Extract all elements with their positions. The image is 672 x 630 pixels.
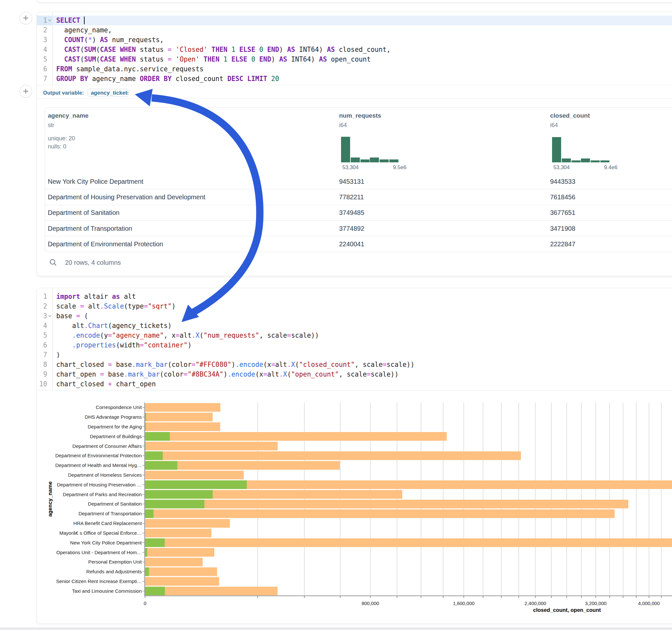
code-text[interactable]: ) [52, 350, 672, 360]
y-axis-label: Department of Housing Preservation … [57, 482, 142, 487]
line-number: 7 [37, 350, 52, 360]
code-line[interactable]: 1SELECT [37, 16, 672, 25]
code-line[interactable]: 2scale = alt.Scale(type="sqrt") [37, 301, 672, 311]
table-row[interactable]: New York City Police Department945313194… [45, 174, 672, 189]
code-text[interactable]: COUNT(*) AS num_requests, [52, 35, 672, 45]
sql-cell: 1SELECT 2 agency_name,3 COUNT(*) AS num_… [37, 12, 672, 276]
code-line[interactable]: 10chart_closed + chart_open [37, 379, 672, 389]
y-axis-label: Department of Consumer Affairs [72, 443, 142, 449]
histogram-max-label: 9.5e6 [393, 164, 406, 170]
code-line[interactable]: 1import altair as alt [37, 292, 672, 301]
code-text[interactable]: agency_name, [52, 25, 672, 35]
y-axis-label: Senior Citizen Rent Increase Exempti… [56, 579, 142, 584]
code-text[interactable]: import altair as alt [52, 292, 672, 301]
bar-closed_count [145, 403, 220, 412]
bar-closed_count [145, 587, 278, 595]
code-line[interactable]: 9chart_open = base.mark_bar(color="#8BC3… [37, 369, 672, 379]
bar-closed_count [145, 538, 672, 547]
code-line[interactable]: 7GROUP BY agency_name ORDER BY closed_co… [37, 74, 672, 83]
bar-closed_count [145, 500, 628, 508]
bar-closed_count [145, 452, 521, 460]
table-row[interactable]: Department of Housing Preservation and D… [45, 189, 672, 204]
y-axis-label: Personal Exemption Unit [88, 559, 142, 564]
bar-closed_count [145, 432, 447, 441]
code-text[interactable]: chart_closed = base.mark_bar(color="#FFC… [52, 360, 672, 369]
code-text[interactable]: base = ( [52, 311, 672, 321]
code-line[interactable]: 4 alt.Chart(agency_tickets) [37, 321, 672, 331]
column-name[interactable]: agency_name [48, 112, 89, 119]
bar-open_count [145, 442, 146, 451]
line-number: 5 [37, 54, 52, 64]
line-number: 6 [37, 64, 52, 74]
bar-open_count [145, 548, 147, 557]
y-axis-label: Department of Parks and Recreation [63, 492, 142, 497]
code-line[interactable]: 3base = ( [37, 311, 672, 321]
code-line[interactable]: 3 COUNT(*) AS num_requests, [37, 35, 672, 45]
bar-open_count [145, 480, 247, 489]
bar-open_count [145, 567, 149, 576]
table-row[interactable]: Department of Sanitation37494853677651 [45, 205, 672, 220]
bar-closed_count [145, 509, 615, 518]
plus-icon [22, 15, 29, 21]
code-line[interactable]: 2 agency_name, [37, 25, 672, 35]
code-text[interactable]: GROUP BY agency_name ORDER BY closed_cou… [52, 74, 672, 83]
code-line[interactable]: 4 CAST(SUM(CASE WHEN status = 'Closed' T… [37, 45, 672, 54]
table-cell: 2240041 [339, 240, 364, 248]
notebook-page: 1SELECT 2 agency_name,3 COUNT(*) AS num_… [0, 0, 672, 630]
search-icon[interactable] [49, 258, 57, 267]
code-line[interactable]: 7) [37, 350, 672, 360]
add-cell-button-top[interactable] [20, 12, 32, 24]
table-cell: 3471908 [550, 224, 575, 232]
column-histogram [552, 107, 612, 162]
code-line[interactable]: 8chart_closed = base.mark_bar(color="#FF… [37, 360, 672, 369]
code-line[interactable]: 6 .properties(width="container") [37, 340, 672, 350]
bar-chart: Correspondence UnitDHS Advantage Program… [37, 392, 672, 624]
x-axis-label: 4,000,000 [638, 601, 660, 606]
python-code-editor[interactable]: 1import altair as alt2scale = alt.Scale(… [37, 288, 672, 390]
y-axis-label: Department of Health and Mental Hyg… [55, 462, 142, 468]
line-number: 9 [37, 369, 52, 379]
y-axis-label: Refunds and Adjustments [86, 569, 142, 574]
table-row[interactable]: Department of Transportation377489234719… [45, 220, 672, 236]
sql-code-editor[interactable]: 1SELECT 2 agency_name,3 COUNT(*) AS num_… [37, 12, 672, 85]
bar-closed_count [145, 470, 244, 479]
x-axis-label: 1,600,000 [453, 601, 475, 606]
code-text[interactable]: scale = alt.Scale(type="sqrt") [52, 301, 672, 311]
fold-chevron-icon[interactable] [47, 16, 52, 25]
code-text[interactable]: CAST(SUM(CASE WHEN status = 'Closed' THE… [52, 45, 672, 54]
histogram-bar [572, 161, 581, 162]
code-text[interactable]: .encode(y="agency_name", x=alt.X("num_re… [52, 331, 672, 340]
histogram-bar [389, 160, 399, 162]
table-row[interactable]: Department of Environmental Protection22… [45, 236, 672, 251]
table-cell: Department of Transportation [48, 224, 132, 232]
line-number: 8 [37, 360, 52, 369]
bar-closed_count [145, 567, 217, 576]
code-text[interactable]: CAST(SUM(CASE WHEN status = 'Open' THEN … [52, 54, 672, 64]
bar-closed_count [145, 529, 211, 537]
bar-open_count [145, 432, 170, 441]
fold-chevron-icon[interactable] [47, 311, 52, 321]
code-line[interactable]: 5 .encode(y="agency_name", x=alt.X("num_… [37, 331, 672, 340]
code-text[interactable]: chart_closed + chart_open [52, 379, 672, 389]
bar-open_count [145, 452, 163, 460]
table-cell: New York City Police Department [48, 177, 144, 185]
table-cell: 9453131 [339, 177, 364, 185]
line-number: 2 [37, 25, 52, 35]
line-number: 3 [37, 311, 52, 321]
line-number: 10 [37, 379, 52, 389]
line-number: 2 [37, 301, 52, 311]
code-text[interactable]: alt.Chart(agency_tickets) [52, 321, 672, 331]
code-text[interactable]: SELECT [52, 16, 672, 25]
y-axis-label: Taxi and Limousine Commission [72, 588, 142, 594]
code-line[interactable]: 6FROM sample_data.nyc.service_requests [37, 64, 672, 74]
line-number: 5 [37, 331, 52, 340]
bar-open_count [145, 490, 213, 499]
add-cell-button-below[interactable] [20, 85, 32, 98]
table-cell: 7782211 [339, 193, 364, 201]
code-text[interactable]: chart_open = base.mark_bar(color="#8BC34… [52, 369, 672, 379]
code-line[interactable]: 5 CAST(SUM(CASE WHEN status = 'Open' THE… [37, 54, 672, 64]
output-variable-badge[interactable]: agency_tickets [88, 89, 128, 97]
code-text[interactable]: FROM sample_data.nyc.service_requests [52, 64, 672, 74]
code-text[interactable]: .properties(width="container") [52, 340, 672, 350]
table-cell: 9443533 [550, 177, 575, 185]
